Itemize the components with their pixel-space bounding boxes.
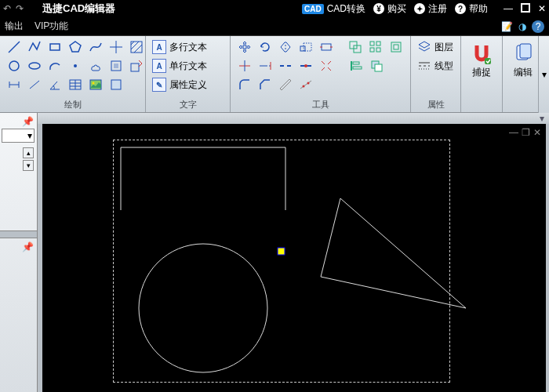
multiline-text-label: 多行文本 (169, 41, 207, 54)
svg-rect-47 (353, 62, 359, 64)
chamfer-tool[interactable] (257, 77, 273, 93)
insert-block-tool[interactable] (129, 58, 144, 74)
trim-tool[interactable] (237, 58, 253, 74)
svg-rect-32 (370, 42, 374, 45)
extend-tool[interactable] (257, 58, 273, 74)
maximize-button[interactable] (521, 3, 530, 13)
offset-tool[interactable] (388, 39, 404, 55)
copy-tool[interactable] (347, 39, 363, 55)
buy-link[interactable]: ¥ 购买 (373, 2, 406, 16)
register-link[interactable]: ✦ 注册 (414, 2, 447, 16)
hatch-tool[interactable] (129, 39, 144, 55)
yen-icon: ¥ (373, 3, 384, 14)
arc-tool[interactable] (47, 58, 63, 74)
menu-bar: 输出 VIP功能 📝 ◑ ? (0, 17, 549, 36)
svg-rect-1 (50, 44, 60, 50)
image-tool[interactable] (88, 77, 104, 93)
snap-label: 捕捉 (472, 66, 491, 79)
construction-line-tool[interactable] (108, 39, 124, 55)
svg-rect-37 (394, 45, 398, 49)
svg-line-8 (134, 45, 142, 53)
block-tool[interactable] (108, 58, 124, 74)
dimension-linear-tool[interactable] (6, 77, 22, 93)
polygon-tool[interactable] (67, 39, 83, 55)
drawing-canvas[interactable]: — ❐ ✕ (42, 124, 546, 392)
fillet-tool[interactable] (237, 77, 253, 93)
align-tool[interactable] (348, 58, 364, 74)
ribbon-group-draw: 绘制 (0, 36, 146, 112)
polyline-tool[interactable] (27, 39, 42, 55)
help-circle-icon[interactable]: ? (532, 20, 544, 33)
register-label: 注册 (428, 2, 447, 16)
rectangle-tool[interactable] (47, 39, 63, 55)
svg-point-53 (307, 82, 310, 85)
svg-rect-50 (375, 64, 382, 71)
svg-rect-59 (520, 44, 531, 58)
line-tool[interactable] (6, 39, 22, 55)
snap-button[interactable]: 捕捉 (464, 39, 499, 82)
circle-tool[interactable] (6, 58, 22, 74)
table-tool[interactable] (67, 77, 83, 93)
layers-icon (417, 40, 431, 54)
canvas-wrap: ▾ — ❐ ✕ (38, 113, 549, 392)
panel-splitter[interactable] (0, 230, 37, 238)
revision-cloud-tool[interactable] (88, 58, 104, 74)
left-panel: 📌 ▾ ▴▾ 📌 (0, 113, 38, 392)
move-tool[interactable] (237, 39, 253, 55)
svg-point-24 (93, 82, 95, 85)
help-link[interactable]: ? 帮助 (455, 2, 488, 16)
redo-icon[interactable]: ↷ (16, 3, 24, 14)
svg-rect-36 (391, 42, 401, 52)
cad-convert-link[interactable]: CAD CAD转换 (302, 2, 365, 16)
edit-icon (512, 42, 534, 64)
pin-icon-2[interactable]: 📌 (22, 241, 34, 252)
order-tool[interactable] (369, 58, 384, 74)
dimension-angular-tool[interactable] (47, 77, 63, 93)
explode-tool[interactable] (318, 58, 334, 74)
edit-button[interactable]: 编辑 (506, 39, 540, 82)
panel-scroll[interactable]: ▴▾ (23, 147, 34, 171)
menu-output[interactable]: 输出 (5, 20, 24, 33)
svg-point-60 (139, 244, 267, 372)
stretch-tool[interactable] (318, 39, 334, 55)
mirror-tool[interactable] (278, 39, 293, 55)
ribbon-group-snap: 捕捉 (461, 36, 503, 112)
canvas-collapse-chevron[interactable]: ▾ (540, 113, 544, 124)
ribbon-collapse-button[interactable]: ▾ (538, 36, 549, 113)
menu-vip[interactable]: VIP功能 (35, 20, 68, 33)
point-tool[interactable] (67, 58, 83, 74)
user-circle-icon[interactable]: ◑ (516, 20, 529, 33)
svg-rect-34 (370, 48, 374, 52)
multiline-text-tool[interactable]: A多行文本 (152, 39, 224, 55)
singleline-text-tool[interactable]: A单行文本 (152, 58, 224, 74)
more-draw-tool[interactable] (108, 77, 124, 93)
ribbon-group-props: 图层 线型 属性 (411, 36, 461, 112)
attribute-def-label: 属性定义 (169, 78, 207, 92)
pin-icon[interactable]: 📌 (22, 116, 34, 127)
rotate-tool[interactable] (257, 39, 273, 55)
svg-marker-61 (321, 198, 466, 308)
snap-icon (471, 42, 493, 64)
ellipse-tool[interactable] (27, 58, 42, 74)
svg-line-6 (131, 42, 134, 45)
measure-tool[interactable] (278, 77, 293, 93)
layers-button[interactable]: 图层 (417, 39, 454, 55)
array-tool[interactable] (368, 39, 384, 55)
panel-combo[interactable]: ▾ (2, 129, 35, 143)
linetype-button[interactable]: 线型 (417, 58, 454, 74)
join-tool[interactable] (298, 58, 314, 74)
minimize-button[interactable]: — (504, 3, 513, 14)
undo-icon[interactable]: ↶ (3, 3, 11, 14)
svg-rect-13 (114, 64, 118, 68)
break-tool[interactable] (278, 58, 293, 74)
dimension-aligned-tool[interactable] (27, 77, 42, 93)
title-bar: ↶ ↷ 迅捷CAD编辑器 CAD CAD转换 ¥ 购买 ✦ 注册 ? 帮助 — … (0, 0, 549, 17)
divide-tool[interactable] (298, 77, 314, 93)
svg-rect-48 (353, 67, 362, 69)
attribute-def-tool[interactable]: ✎属性定义 (152, 77, 224, 93)
svg-line-18 (30, 81, 39, 89)
close-button[interactable]: ✕ (538, 3, 546, 14)
scale-tool[interactable] (298, 39, 314, 55)
note-icon[interactable]: 📝 (500, 20, 513, 33)
spline-tool[interactable] (88, 39, 104, 55)
